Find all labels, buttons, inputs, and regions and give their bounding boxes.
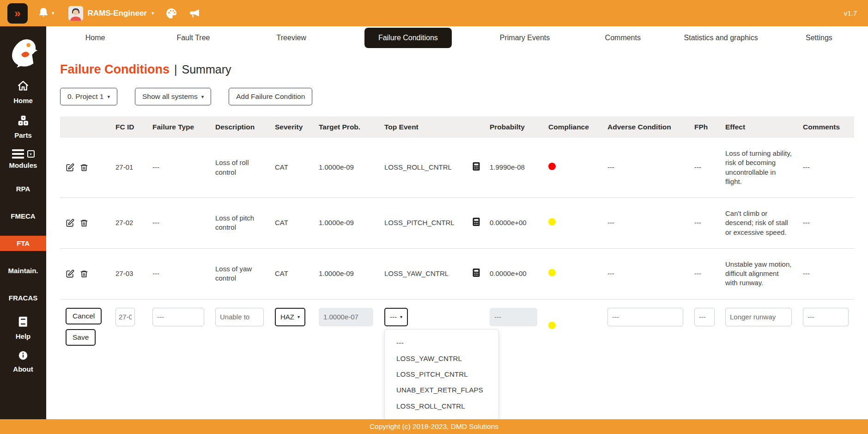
probability-cell: 1.9990e-08	[484, 138, 543, 198]
effect-cell: Unstable yaw motion, difficult alignment…	[720, 248, 797, 299]
col-actions	[60, 116, 110, 138]
dropdown-option[interactable]: LOSS_ROLL_CNTRL	[385, 398, 498, 414]
sidebar-collapse-button[interactable]: »	[7, 3, 28, 24]
sidebar-item-label: Help	[16, 332, 31, 340]
page-title-separator: |	[174, 63, 177, 76]
col-probability: Probabilty	[484, 116, 543, 138]
severity-cell: CAT	[269, 248, 313, 299]
dropdown-option[interactable]: LOSS_PITCH_CNTRL	[385, 367, 498, 382]
dropdown-option[interactable]: LOSS_YAW_CNTRL	[385, 351, 498, 367]
col-fc-id: FC ID	[110, 116, 147, 138]
page-tabs: Home Fault Tree Treeview Failure Conditi…	[46, 26, 868, 49]
sidebar-item-label: Modules	[9, 161, 37, 169]
col-description: Description	[210, 116, 269, 138]
adverse-condition-cell: ---	[602, 248, 689, 299]
severity-select[interactable]: HAZ▾	[275, 308, 305, 326]
sidebar-item-rpa[interactable]: RPA	[0, 181, 46, 196]
sidebar: Home Parts ▾ Modules RPA FMECA FTA Maint…	[0, 26, 46, 419]
sidebar-item-fracas[interactable]: FRACAS	[0, 290, 46, 306]
target-prob-cell: 1.0000e-09	[313, 198, 379, 249]
col-effect: Effect	[720, 116, 797, 138]
chevron-down-icon: ▾	[152, 10, 154, 16]
col-failure-type: Failure Type	[147, 116, 210, 138]
tab-home[interactable]: Home	[46, 28, 144, 48]
theme-palette-icon[interactable]	[165, 7, 177, 19]
announcements-megaphone-icon[interactable]	[188, 7, 200, 19]
save-button[interactable]: Save	[66, 329, 96, 346]
edit-icon[interactable]	[66, 163, 74, 172]
description-cell: Loss of roll control	[210, 138, 269, 198]
fc-id-cell: 27-01	[110, 138, 147, 198]
fc-id-cell: 27-03	[110, 248, 147, 299]
failure-type-input[interactable]	[152, 308, 204, 326]
top-event-select[interactable]: ---▾	[384, 308, 408, 326]
sidebar-item-modules[interactable]: ▾ Modules	[0, 149, 46, 169]
notifications-menu[interactable]: ▾	[38, 7, 55, 20]
fph-input[interactable]	[694, 308, 715, 326]
comments-cell: ---	[797, 248, 854, 299]
tab-primary-events[interactable]: Primary Events	[476, 28, 574, 48]
app-version: v1.7	[844, 9, 857, 17]
failure-conditions-table: FC ID Failure Type Description Severity …	[60, 116, 854, 354]
fph-cell: ---	[689, 138, 720, 198]
sidebar-item-label: RPA	[16, 185, 30, 193]
comments-cell: ---	[797, 198, 854, 249]
user-menu[interactable]: RAMS-Engineer ▾	[68, 6, 154, 21]
system-filter-select[interactable]: Show all systems▾	[135, 88, 211, 105]
sidebar-item-fmeca[interactable]: FMECA	[0, 208, 46, 224]
delete-icon[interactable]	[80, 219, 88, 227]
edit-icon[interactable]	[66, 269, 74, 278]
compliance-status-dot	[548, 218, 556, 226]
description-cell: Loss of pitch control	[210, 198, 269, 249]
bell-icon	[38, 7, 49, 20]
dropdown-option[interactable]: ---	[385, 335, 498, 351]
tab-fault-tree[interactable]: Fault Tree	[144, 28, 242, 48]
col-calc	[467, 116, 484, 138]
tab-treeview[interactable]: Treeview	[243, 28, 340, 48]
description-cell: Loss of yaw control	[210, 248, 269, 299]
col-compliance: Compliance	[543, 116, 602, 138]
fph-cell: ---	[689, 198, 720, 249]
severity-cell: CAT	[269, 138, 313, 198]
compliance-status-dot	[548, 322, 556, 329]
sidebar-item-help[interactable]: Help	[0, 316, 46, 340]
calculator-icon[interactable]	[472, 271, 480, 279]
sidebar-item-home[interactable]: Home	[0, 80, 46, 104]
comments-input[interactable]	[803, 308, 849, 326]
sidebar-item-parts[interactable]: Parts	[0, 115, 46, 139]
target-prob-input	[319, 308, 373, 326]
edit-icon[interactable]	[66, 219, 74, 227]
sidebar-item-fta[interactable]: FTA	[0, 236, 46, 251]
tab-comments[interactable]: Comments	[574, 28, 672, 48]
calculator-icon[interactable]	[472, 220, 480, 228]
probability-input	[490, 308, 537, 326]
sidebar-item-about[interactable]: About	[0, 350, 46, 373]
tab-failure-conditions[interactable]: Failure Conditions	[364, 28, 452, 48]
tab-settings[interactable]: Settings	[770, 28, 868, 48]
sidebar-item-maintain[interactable]: Maintain.	[0, 263, 46, 278]
dropdown-option[interactable]: UNAB_EXT_RETR_FLAPS	[385, 382, 498, 398]
delete-icon[interactable]	[80, 163, 88, 172]
col-target-prob: Target Prob.	[313, 116, 379, 138]
project-select[interactable]: 0. Project 1▾	[60, 88, 117, 105]
target-prob-cell: 1.0000e-09	[313, 138, 379, 198]
probability-cell: 0.0000e+00	[484, 198, 543, 249]
cancel-button[interactable]: Cancel	[66, 308, 102, 324]
tab-statistics[interactable]: Statistics and graphics	[672, 28, 770, 48]
top-event-dropdown: --- LOSS_YAW_CNTRL LOSS_PITCH_CNTRL UNAB…	[384, 329, 499, 420]
description-input[interactable]	[215, 308, 264, 326]
help-book-icon	[17, 316, 29, 330]
parts-cubes-icon	[17, 115, 30, 128]
compliance-status-dot	[548, 269, 556, 276]
add-failure-condition-button[interactable]: Add Failure Condition	[229, 88, 312, 105]
comments-cell: ---	[797, 138, 854, 198]
fc-id-input[interactable]	[115, 308, 135, 326]
table-row: 27-03 --- Loss of yaw control CAT 1.0000…	[60, 248, 854, 299]
modules-dropdown-icon[interactable]: ▾	[27, 150, 35, 158]
modules-menu-icon	[12, 149, 24, 159]
sidebar-item-label: Maintain.	[8, 267, 38, 275]
adverse-condition-input[interactable]	[607, 308, 683, 326]
delete-icon[interactable]	[80, 269, 88, 278]
effect-input[interactable]	[725, 308, 792, 326]
calculator-icon[interactable]	[472, 165, 480, 172]
